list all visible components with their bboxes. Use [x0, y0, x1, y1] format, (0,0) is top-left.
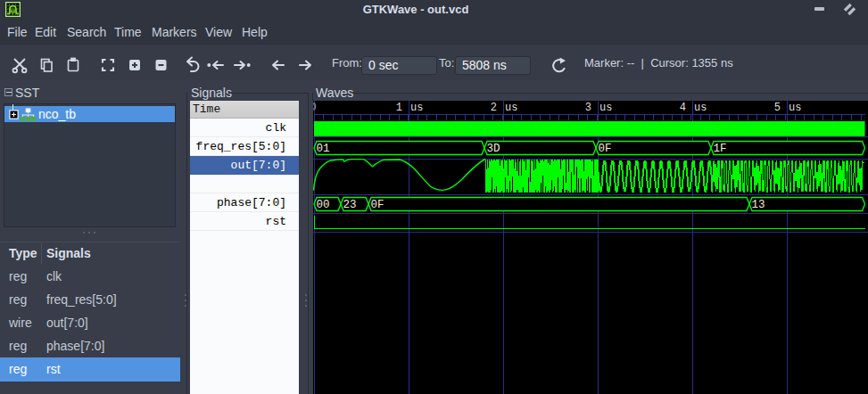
svg-text:23: 23	[343, 199, 357, 211]
svg-text:2: 2	[491, 102, 497, 114]
svg-text:1: 1	[396, 102, 402, 114]
svg-text:us: us	[505, 102, 517, 114]
svg-text:5: 5	[774, 102, 781, 114]
svg-text:0F: 0F	[599, 143, 612, 155]
svg-text:us: us	[694, 102, 707, 114]
svg-text:1F: 1F	[714, 143, 727, 155]
svg-text:us: us	[410, 102, 423, 114]
svg-text:us: us	[599, 102, 612, 114]
svg-text:4: 4	[680, 102, 686, 114]
svg-text:0F: 0F	[371, 199, 384, 211]
svg-text:3D: 3D	[487, 143, 500, 155]
svg-text:01: 01	[317, 143, 330, 155]
svg-text:3: 3	[585, 102, 591, 114]
svg-text:00: 00	[317, 199, 330, 211]
svg-text:us: us	[789, 102, 801, 114]
svg-text:13: 13	[752, 199, 765, 211]
